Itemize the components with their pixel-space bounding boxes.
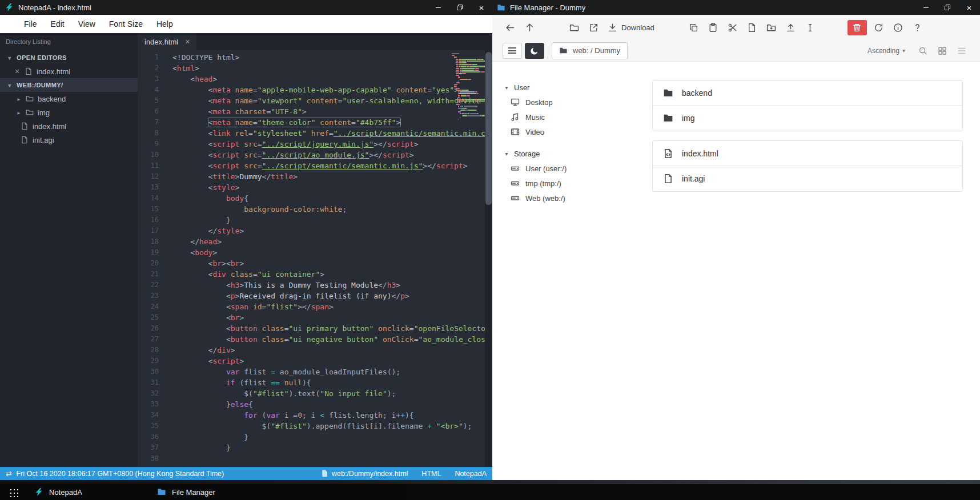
sidebar-item-backend[interactable]: ▸backend <box>0 92 138 106</box>
minimap[interactable] <box>452 53 485 467</box>
code-line: 32 $("#flist").text("No input file"); <box>138 388 492 399</box>
line-number: 28 <box>138 345 169 356</box>
item-label: index.html <box>33 122 66 131</box>
code-line: 35 $("#flist").append(flist[i].filename … <box>138 421 492 432</box>
sidebar-item-music[interactable]: Music <box>504 110 635 124</box>
open-in-new-window-button[interactable] <box>586 19 601 36</box>
back-button[interactable] <box>503 19 517 36</box>
dark-mode-toggle[interactable] <box>525 43 544 59</box>
minimize-button[interactable] <box>915 0 937 15</box>
refresh-button[interactable] <box>871 19 886 36</box>
sidebar-item-img[interactable]: ▸img <box>0 106 138 119</box>
line-number: 31 <box>138 377 169 388</box>
scissors-icon <box>728 23 737 33</box>
notepad-logo-icon <box>34 487 43 497</box>
file-icon <box>21 122 29 130</box>
menu-button[interactable] <box>503 43 522 59</box>
code-line: 22 <h3>This is a Dummy Testing Module</h… <box>138 280 492 291</box>
file-row-init-agi[interactable]: init.agi <box>653 166 962 191</box>
code-text: var flist = ao_module_loadInputFiles(); <box>169 366 492 377</box>
scrollbar-thumb[interactable] <box>485 52 492 205</box>
breadcrumb[interactable]: web: / Dummy <box>552 42 628 59</box>
sidebar-item-desktop[interactable]: Desktop <box>504 95 635 110</box>
moon-icon <box>530 46 539 55</box>
download-button[interactable]: Download <box>605 19 657 36</box>
close-button[interactable]: × <box>958 0 980 15</box>
menu-help[interactable]: Help <box>150 15 180 33</box>
sidebar-item-index-html[interactable]: ×index.html <box>0 64 138 78</box>
file-row-backend[interactable]: backend <box>653 80 962 106</box>
minimap-line <box>452 61 485 62</box>
copy-button[interactable] <box>686 19 701 36</box>
new-file-button[interactable] <box>745 19 760 36</box>
folder-icon <box>26 108 34 116</box>
statusbar-right: web:/Dummy/index.html HTML NotepadA <box>321 470 487 478</box>
tab-close-icon[interactable]: × <box>185 37 190 46</box>
line-number: 2 <box>138 63 169 74</box>
code-text: <script> <box>169 356 492 366</box>
menu-edit[interactable]: Edit <box>44 15 71 33</box>
open-button[interactable] <box>567 19 581 36</box>
minimize-button[interactable] <box>427 0 449 15</box>
sidebar-group-storage[interactable]: ▾Storage <box>504 146 635 161</box>
arrow-left-icon <box>505 23 515 33</box>
sidebar-item-video[interactable]: Video <box>504 124 635 139</box>
info-button[interactable] <box>891 19 906 36</box>
code-editor[interactable]: 1<!DOCTYPE html>2<html>3 <head>4 <meta n… <box>138 50 492 467</box>
sidebar-item-index-html[interactable]: index.html <box>0 119 138 133</box>
file-name: index.html <box>682 149 718 158</box>
line-number: 11 <box>138 160 169 171</box>
sidebar-item-web-web[interactable]: Web (web:/) <box>504 191 635 205</box>
code-line: 7 <meta name="theme-color" content="#4b7… <box>138 117 492 128</box>
video-icon <box>511 127 520 136</box>
file-row-img[interactable]: img <box>653 106 962 131</box>
sidebar-item-init-agi[interactable]: init.agi <box>0 133 138 147</box>
taskbar-item-file-manager[interactable]: File Manager <box>149 484 272 500</box>
menu-view[interactable]: View <box>71 15 102 33</box>
menu-file[interactable]: File <box>17 15 44 33</box>
taskbar-item-notepada[interactable]: NotepadA <box>26 484 149 500</box>
upload-button[interactable] <box>784 19 798 36</box>
new-folder-button[interactable] <box>764 19 779 36</box>
minimap-line <box>452 104 485 105</box>
sidebar-section-web-dummy[interactable]: ▾WEB:/DUMMY/ <box>0 78 138 92</box>
delete-button[interactable] <box>848 20 867 35</box>
file-row-index-html[interactable]: index.html <box>653 141 962 166</box>
sidebar-item-tmp-tmp[interactable]: tmp (tmp:/) <box>504 176 635 191</box>
matched-tag-highlight: <meta name="theme-color" content="#4b75f… <box>208 118 401 127</box>
breadcrumb-path: web: / Dummy <box>573 46 620 55</box>
close-editor-icon[interactable]: × <box>14 67 21 76</box>
code-line: 1<!DOCTYPE html> <box>138 52 492 63</box>
group-spacer <box>504 139 635 146</box>
restore-button[interactable] <box>449 0 471 15</box>
sidebar-section-open-editors[interactable]: ▾OPEN EDITORS <box>0 51 138 64</box>
search-button[interactable] <box>915 43 931 59</box>
line-number: 16 <box>138 215 169 225</box>
sidebar-item-user-user[interactable]: User (user:/) <box>504 161 635 176</box>
sort-order-dropdown[interactable]: Ascending ▾ <box>864 45 909 57</box>
start-button[interactable] <box>0 484 26 500</box>
tab-index-html[interactable]: index.html × <box>138 33 196 50</box>
code-text: if (flist == null){ <box>169 377 492 388</box>
menu-font-size[interactable]: Font Size <box>102 15 150 33</box>
paste-button[interactable] <box>706 19 721 36</box>
code-line: 6 <meta charset="UTF-8"> <box>138 106 492 117</box>
hamburger-icon <box>508 47 516 49</box>
close-button[interactable]: × <box>471 0 492 15</box>
editor-scrollbar[interactable] <box>485 50 492 467</box>
line-number: 3 <box>138 74 169 84</box>
grid-view-button[interactable] <box>934 43 950 59</box>
help-button[interactable] <box>910 19 925 36</box>
list-view-button[interactable] <box>954 43 970 59</box>
code-line: 12 <title>Dummy</title> <box>138 171 492 182</box>
line-number: 26 <box>138 323 169 334</box>
rename-button[interactable] <box>803 19 818 36</box>
code-line: 34 for (var i =0; i < flist.length; i++)… <box>138 410 492 421</box>
filemanager-toolbar: Download <box>492 15 980 40</box>
maximize-button[interactable] <box>937 0 958 15</box>
code-text: $("#flist").text("No input file"); <box>169 388 492 399</box>
sidebar-group-user[interactable]: ▾User <box>504 80 635 95</box>
up-button[interactable] <box>522 19 537 36</box>
sort-order-label: Ascending <box>867 47 899 55</box>
cut-button[interactable] <box>725 19 740 36</box>
